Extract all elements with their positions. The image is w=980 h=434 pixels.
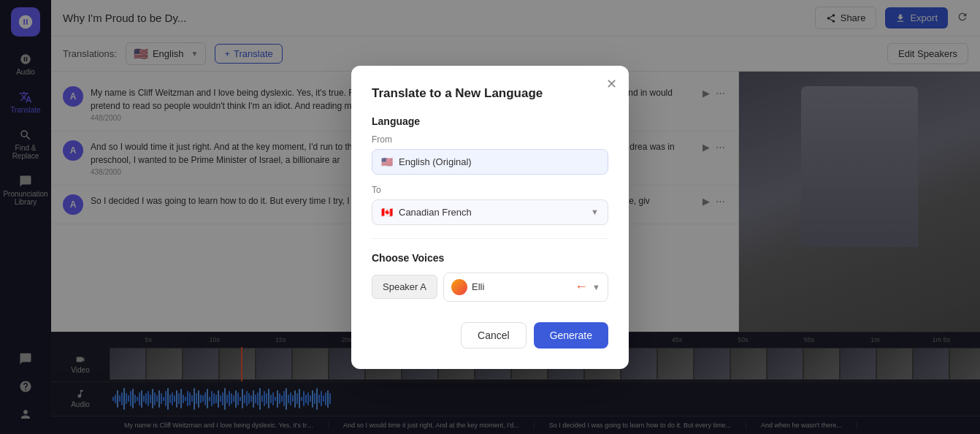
flag-us-modal-icon: 🇺🇸	[381, 156, 393, 167]
from-language-select[interactable]: 🇺🇸 English (Original)	[372, 149, 608, 175]
to-language-select[interactable]: 🇨🇦 Canadian French ▼	[372, 199, 608, 225]
modal-close-button[interactable]: ✕	[606, 77, 617, 91]
modal-footer: Cancel Generate	[372, 322, 608, 349]
voice-avatar	[451, 279, 467, 295]
flag-ca-modal-icon: 🇨🇦	[381, 207, 393, 218]
from-label: From	[372, 134, 608, 145]
to-label: To	[372, 185, 608, 195]
cancel-button[interactable]: Cancel	[461, 322, 527, 349]
to-language-value: Canadian French	[399, 207, 472, 218]
voice-chevron-icon: ▼	[592, 283, 600, 292]
language-section-label: Language	[372, 115, 608, 127]
to-chevron-icon: ▼	[591, 208, 599, 216]
translate-modal: ✕ Translate to a New Language Language F…	[351, 66, 629, 369]
generate-button[interactable]: Generate	[534, 322, 608, 349]
speaker-a-label: Speaker A	[372, 275, 437, 299]
modal-divider	[372, 238, 608, 239]
choose-voices-label: Choose Voices	[372, 252, 608, 264]
arrow-indicator: ←	[575, 279, 588, 294]
red-arrow-icon: ←	[575, 279, 588, 294]
voice-row: Speaker A Elli ← ▼	[372, 273, 608, 302]
modal-title: Translate to a New Language	[372, 86, 608, 101]
voice-dropdown[interactable]: Elli ← ▼	[443, 273, 608, 302]
modal-overlay[interactable]: ✕ Translate to a New Language Language F…	[0, 0, 980, 434]
voice-name: Elli	[472, 281, 570, 292]
from-language-value: English (Original)	[399, 156, 472, 167]
